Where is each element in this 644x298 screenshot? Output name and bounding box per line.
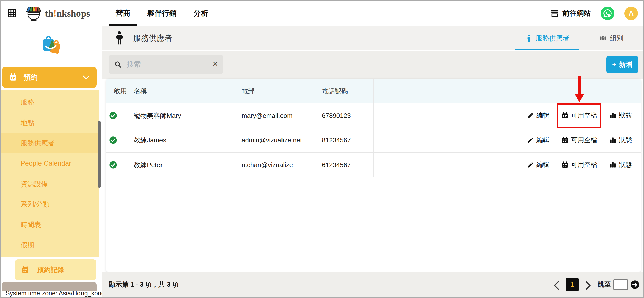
whatsapp-icon[interactable]: [601, 7, 614, 20]
column-phone: 電話號碼: [322, 86, 348, 95]
availability-label: 可用空檔: [571, 111, 597, 120]
main-content: 服務供應者 服務供應者 組別: [102, 26, 643, 297]
clear-search-icon[interactable]: ×: [213, 59, 218, 68]
enabled-check-icon[interactable]: [109, 111, 117, 120]
jump-page-input[interactable]: [613, 279, 628, 290]
sidebar-collapsed-item[interactable]: [2, 282, 97, 291]
search-input[interactable]: [126, 60, 208, 69]
add-button[interactable]: + 新增: [606, 56, 638, 73]
status-label: 狀態: [619, 111, 632, 120]
sidebar-item-people-calendar[interactable]: People Calendar: [1, 153, 99, 174]
brand-name: th!nkshops: [45, 8, 90, 19]
sidebar-booking-records-label: 預約記錄: [37, 265, 64, 274]
availability-button[interactable]: 可用空檔: [561, 136, 597, 144]
sidebar-item-service-providers[interactable]: 服務供應者: [1, 133, 99, 153]
provider-email: n.chan@vizualize: [242, 161, 293, 169]
results-summary: 顯示第 1 - 3 項，共 3 項: [109, 280, 179, 289]
status-label: 狀態: [619, 160, 632, 169]
page-header: 服務供應者 服務供應者 組別: [102, 26, 643, 50]
sidebar-item-holidays[interactable]: 假期: [1, 235, 99, 255]
sidebar-booking-records[interactable]: 預約記錄: [15, 259, 96, 280]
sidebar-item-timetable[interactable]: 時間表: [1, 214, 99, 235]
page-title: 服務供應者: [133, 33, 172, 44]
edit-button[interactable]: 編輯: [527, 111, 549, 120]
nav-tab-partner-marketing[interactable]: 夥伴行銷: [141, 1, 183, 26]
provider-email: admin@vizualize.net: [242, 136, 302, 144]
provider-email: mary@email.com: [242, 111, 293, 119]
status-label: 狀態: [619, 136, 632, 144]
tab-groups[interactable]: 組別: [593, 26, 629, 50]
edit-label: 編輯: [536, 111, 549, 120]
sidebar-submenu: 服務 地點 服務供應者 People Calendar 資源設備 系列/分類 時…: [1, 90, 99, 257]
provider-phone: 81234567: [322, 136, 351, 144]
arrow-right-circle-icon: [630, 280, 639, 289]
pencil-icon: [527, 112, 534, 119]
sidebar-item-series-categories[interactable]: 系列/分類: [1, 194, 99, 214]
sidebar-booking-label: 預約: [24, 72, 38, 82]
nav-tab-business[interactable]: 營商: [109, 1, 137, 26]
pencil-icon: [527, 137, 534, 144]
tab-service-providers[interactable]: 服務供應者: [519, 26, 576, 50]
jump-label: 跳至: [598, 280, 611, 289]
primary-nav: 營商 夥伴行銷 分析: [109, 1, 215, 26]
availability-button[interactable]: 可用空檔: [561, 160, 597, 169]
provider-name: 寵物美容師Mary: [134, 111, 181, 120]
calendar-icon: [561, 161, 569, 168]
person-icon: [525, 34, 533, 42]
calendar-icon: [561, 137, 569, 144]
enabled-check-icon[interactable]: [109, 136, 117, 144]
prev-page-button[interactable]: [554, 281, 559, 288]
sidebar-item-locations[interactable]: 地點: [1, 113, 99, 133]
tab-groups-label: 組別: [610, 34, 623, 43]
go-to-website-button[interactable]: 前往網站: [550, 9, 591, 18]
search-box: ×: [109, 55, 223, 74]
column-name: 名稱: [134, 86, 147, 95]
calendar-icon: [21, 266, 29, 274]
calendar-icon: [561, 112, 569, 119]
sidebar-booking-menu[interactable]: 預約: [2, 67, 97, 88]
system-timezone-note: System time zone: Asia/Hong_kong: [6, 290, 105, 297]
shop-bags-logo: [40, 35, 61, 56]
user-avatar[interactable]: A: [624, 7, 638, 20]
go-page-button[interactable]: [630, 280, 639, 289]
availability-button[interactable]: 可用空檔: [561, 111, 597, 120]
go-to-website-label: 前往網站: [562, 9, 591, 18]
row-actions: 編輯 可用空檔 狀態: [527, 153, 632, 177]
next-page-button[interactable]: [585, 281, 591, 288]
sidebar-scrollbar[interactable]: [98, 121, 101, 188]
app-window: th!nkshops 營商 夥伴行銷 分析 前往網站: [0, 0, 644, 298]
sidebar: 預約 服務 地點 服務供應者 People Calendar 資源設備 系列/分…: [1, 26, 102, 297]
provider-name: 教練James: [134, 136, 166, 144]
enabled-check-icon[interactable]: [109, 161, 117, 169]
status-button[interactable]: 狀態: [609, 136, 632, 144]
current-page[interactable]: 1: [566, 278, 579, 291]
storefront-icon: [550, 9, 559, 17]
jump-to-page: 跳至: [598, 279, 639, 290]
availability-label: 可用空檔: [571, 136, 597, 144]
pagination: 1 跳至: [554, 278, 639, 291]
annotation-highlight: 可用空檔: [561, 111, 597, 120]
status-button[interactable]: 狀態: [609, 111, 632, 120]
column-enabled: 啟用: [114, 86, 127, 95]
pencil-icon: [527, 161, 534, 168]
row-actions: 編輯 可用空檔: [527, 103, 632, 128]
edit-button[interactable]: 編輯: [527, 160, 549, 169]
chevron-down-icon: [83, 75, 90, 79]
plus-icon: +: [612, 60, 617, 69]
table-row: 教練James admin@vizualize.net 81234567 編輯: [106, 128, 641, 153]
toolbar: × + 新增: [102, 51, 643, 79]
chevron-right-icon: [585, 281, 591, 290]
nav-tab-analytics[interactable]: 分析: [187, 1, 215, 26]
brand-logo[interactable]: th!nkshops: [25, 5, 90, 21]
edit-button[interactable]: 編輯: [527, 136, 549, 144]
sidebar-item-services[interactable]: 服務: [1, 92, 99, 113]
shop-awning-icon: [25, 5, 43, 21]
table-footer: 顯示第 1 - 3 項，共 3 項 1 跳至: [102, 272, 643, 297]
column-email: 電郵: [242, 86, 255, 95]
providers-table: 啟用 名稱 電郵 電話號碼 寵物美容師Mary mary@email.com 6…: [106, 79, 641, 272]
table-row: 寵物美容師Mary mary@email.com 67890123 編輯: [106, 103, 641, 128]
apps-grid-icon[interactable]: [7, 8, 17, 18]
status-button[interactable]: 狀態: [609, 160, 632, 169]
topbar-right: 前往網站 A: [550, 7, 638, 20]
sidebar-item-resources[interactable]: 資源設備: [1, 174, 99, 194]
